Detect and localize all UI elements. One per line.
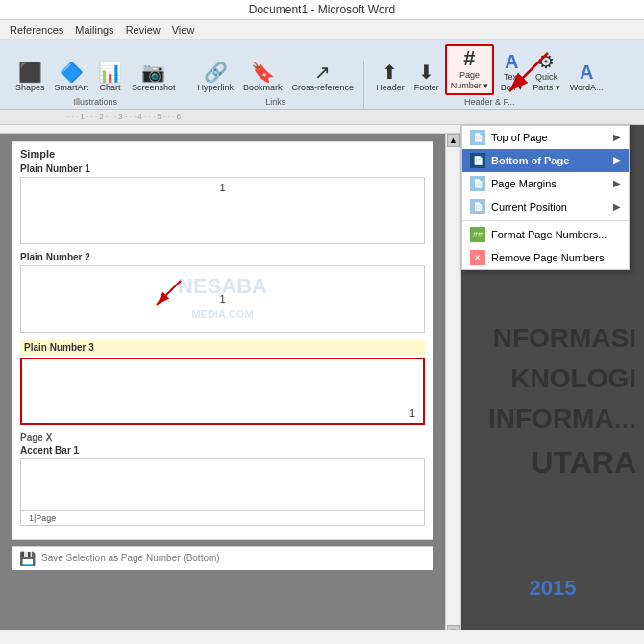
screenshot-button[interactable]: 📷 Screenshot <box>128 61 180 95</box>
page-number-button[interactable]: # PageNumber ▾ <box>445 44 495 95</box>
illustrations-buttons: ⬛ Shapes 🔷 SmartArt 📊 Chart 📷 Screenshot <box>12 61 180 95</box>
accent-bar-title: Accent Bar 1 <box>20 445 425 456</box>
worda-label: WordA... <box>570 83 604 93</box>
plain-number-3-preview: 1 <box>20 358 425 425</box>
current-position-arrow: ▶ <box>613 201 621 211</box>
plain-number-2-item[interactable]: Plain Number 2 NESABAMEDIA.COM 1 <box>20 252 425 333</box>
plain-number-3-item[interactable]: Plain Number 3 1 <box>20 340 425 425</box>
save-icon: 💾 <box>19 551 36 566</box>
remove-page-numbers-label: Remove Page Numbers <box>491 252 604 263</box>
accent-bar-preview: 1|Page <box>20 458 425 526</box>
smartart-icon: 🔷 <box>60 62 84 82</box>
ribbon-group-links: 🔗 Hyperlink 🔖 Bookmark ↗ Cross-reference… <box>188 61 365 109</box>
footer-label: Footer <box>414 83 439 93</box>
page-number-label: PageNumber ▾ <box>451 70 489 91</box>
hyperlink-icon: 🔗 <box>204 62 228 82</box>
plain-number-1-item[interactable]: Plain Number 1 1 <box>20 163 425 244</box>
scrollable-content[interactable]: Simple Plain Number 1 1 Plain Number 2 N… <box>0 134 445 630</box>
dropdown-page-margins[interactable]: 📄 Page Margins ▶ <box>462 172 629 195</box>
footer-icon: ⬇ <box>418 62 434 82</box>
hyperlink-button[interactable]: 🔗 Hyperlink <box>194 61 238 95</box>
plain-number-2-title: Plain Number 2 <box>20 252 425 262</box>
plain-number-2-number: 1 <box>211 289 233 309</box>
crossref-button[interactable]: ↗ Cross-reference <box>288 61 359 95</box>
footer-button[interactable]: ⬇ Footer <box>410 61 443 95</box>
menu-bar: References Mailings Review View <box>0 20 644 40</box>
doc-bg-text: NFORMASI KNOLOGI INFORMA... UTARA <box>461 318 644 485</box>
dropdown-top-of-page[interactable]: 📄 Top of Page ▶ <box>462 126 629 149</box>
dropdown-current-position[interactable]: 📄 Current Position ▶ <box>462 195 629 218</box>
plain-number-1-title: Plain Number 1 <box>20 163 425 174</box>
bottom-of-page-arrow: ▶ <box>613 155 621 165</box>
shapes-label: Shapes <box>15 83 45 93</box>
remove-page-numbers-icon: ✕ <box>470 250 485 265</box>
chart-icon: 📊 <box>98 62 122 82</box>
crossref-icon: ↗ <box>314 62 331 82</box>
title-bar: Document1 - Microsoft Word <box>0 0 644 20</box>
textbox-icon: A <box>505 52 518 71</box>
scroll-down[interactable]: ▼ <box>447 625 460 630</box>
header-icon: ⬆ <box>382 62 398 82</box>
title-text: Document1 - Microsoft Word <box>249 3 396 16</box>
save-bar[interactable]: 💾 Save Selection as Page Number (Bottom) <box>12 546 433 570</box>
current-position-icon: 📄 <box>470 199 485 214</box>
scrollbar[interactable]: ▲ ▼ <box>445 134 460 630</box>
scroll-up[interactable]: ▲ <box>447 134 460 147</box>
top-of-page-arrow: ▶ <box>613 132 621 142</box>
bookmark-button[interactable]: 🔖 Bookmark <box>239 61 286 95</box>
ribbon-group-header-footer: ⬆ Header ⬇ Footer # PageNumber ▾ A TextB… <box>366 44 612 109</box>
bookmark-icon: 🔖 <box>251 62 275 82</box>
plain-number-3-title: Plain Number 3 <box>20 340 425 355</box>
dropdown-remove-page-numbers[interactable]: ✕ Remove Page Numbers <box>462 246 629 269</box>
header-button[interactable]: ⬆ Header <box>372 61 409 95</box>
screenshot-label: Screenshot <box>132 83 176 93</box>
shapes-button[interactable]: ⬛ Shapes <box>12 61 49 95</box>
menu-mailings[interactable]: Mailings <box>69 22 119 37</box>
accent-bar-item[interactable]: Accent Bar 1 1|Page <box>20 445 425 526</box>
top-of-page-icon: 📄 <box>470 130 485 145</box>
quickparts-button[interactable]: ⚙ QuickParts ▾ <box>529 50 564 95</box>
plain-number-1-number: 1 <box>211 178 233 197</box>
worda-icon: A <box>580 62 593 82</box>
dropdown-separator <box>462 220 629 221</box>
menu-view[interactable]: View <box>166 22 201 37</box>
accent-bar-inner: 1|Page <box>21 510 424 525</box>
page-x-title: Page X <box>20 433 425 443</box>
dropdown-bottom-of-page[interactable]: 📄 Bottom of Page ▶ <box>462 149 629 172</box>
document-panel: Simple Plain Number 1 1 Plain Number 2 N… <box>0 125 461 630</box>
bg-text-line2: KNOLOGI INFORMA... <box>461 359 636 439</box>
svg-line-3 <box>157 281 181 305</box>
smartart-button[interactable]: 🔷 SmartArt <box>51 61 93 95</box>
format-page-numbers-icon: ## <box>470 227 485 242</box>
ruler: · · · 1 · · · 2 · · · 3 · · · 4 · · · 5 … <box>0 110 644 125</box>
bottom-of-page-label: Bottom of Page <box>491 155 569 166</box>
page-number-icon: # <box>463 48 475 69</box>
accent-bar-text: 1|Page <box>29 513 56 523</box>
links-buttons: 🔗 Hyperlink 🔖 Bookmark ↗ Cross-reference <box>194 61 359 95</box>
plain-number-2-preview: NESABAMEDIA.COM 1 <box>20 265 425 333</box>
textbox-button[interactable]: A TextBox ▾ <box>496 50 527 95</box>
header-label: Header <box>376 83 405 93</box>
dropdown-menu: 📄 Top of Page ▶ 📄 Bottom of Page ▶ 📄 Pag… <box>461 125 630 270</box>
menu-review[interactable]: Review <box>120 22 166 37</box>
section-title-simple: Simple <box>20 148 425 160</box>
hf-group-label: Header & F... <box>464 97 515 107</box>
page-margins-label: Page Margins <box>491 178 557 189</box>
bg-text-line3: UTARA <box>461 439 636 485</box>
quickparts-label: QuickParts ▾ <box>533 72 560 93</box>
ribbon-group-illustrations: ⬛ Shapes 🔷 SmartArt 📊 Chart 📷 Screenshot… <box>6 61 186 109</box>
doc-year: 2015 <box>461 576 644 601</box>
main-area: Simple Plain Number 1 1 Plain Number 2 N… <box>0 125 644 630</box>
shapes-icon: ⬛ <box>18 62 42 82</box>
page-margins-icon: 📄 <box>470 176 485 191</box>
dropdown-format-page-numbers[interactable]: ## Format Page Numbers... <box>462 223 629 246</box>
screenshot-icon: 📷 <box>141 62 165 82</box>
ribbon: ⬛ Shapes 🔷 SmartArt 📊 Chart 📷 Screenshot… <box>0 40 644 110</box>
smartart-label: SmartArt <box>55 83 89 93</box>
textbox-label: TextBox ▾ <box>501 72 523 93</box>
quickparts-icon: ⚙ <box>537 52 555 71</box>
menu-references[interactable]: References <box>4 22 69 37</box>
worda-button[interactable]: A WordA... <box>566 61 607 95</box>
chart-button[interactable]: 📊 Chart <box>94 61 126 95</box>
bottom-of-page-icon: 📄 <box>470 153 485 168</box>
